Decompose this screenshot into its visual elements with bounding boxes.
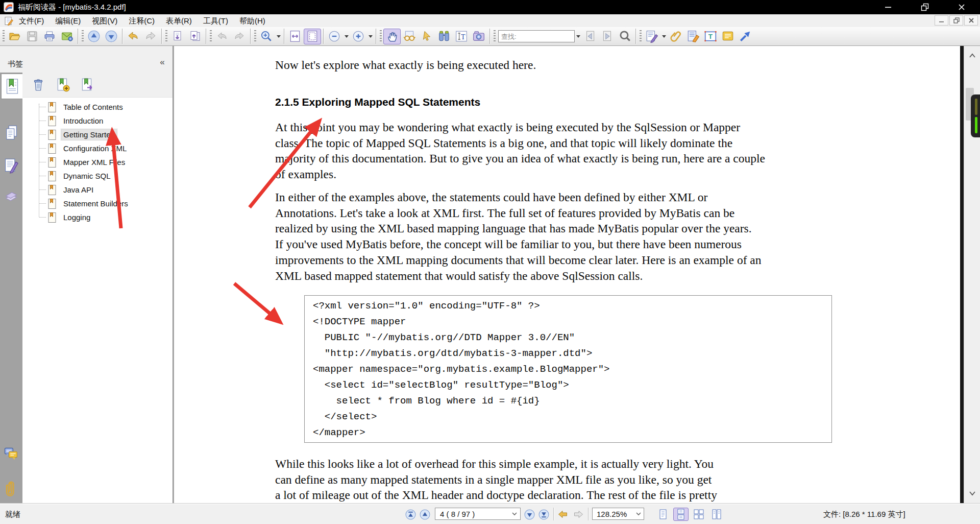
tab-annotations[interactable] xyxy=(0,154,22,177)
find-input[interactable] xyxy=(498,30,575,42)
code-listing: <?xml version="1.0" encoding="UTF-8" ?> … xyxy=(313,298,610,441)
continuous-facing-layout-button[interactable] xyxy=(709,508,724,521)
fit-page-button[interactable] xyxy=(304,29,321,44)
bookmark-item[interactable]: Configuration XML xyxy=(22,141,129,155)
fit-width-button[interactable] xyxy=(286,29,304,44)
facing-layout-button[interactable] xyxy=(691,508,706,521)
search-button[interactable] xyxy=(435,29,453,44)
marquee-zoom-button[interactable] xyxy=(258,29,275,44)
forward-view-button[interactable] xyxy=(142,29,159,44)
screen-edge-indicator[interactable] xyxy=(971,94,980,137)
delete-bookmark-button[interactable] xyxy=(31,77,46,92)
find-next-button[interactable] xyxy=(599,29,616,44)
menu-tools[interactable]: 工具(T) xyxy=(198,14,234,27)
doc-minimize-button[interactable] xyxy=(935,15,948,26)
bookmark-page-icon xyxy=(47,171,57,182)
advanced-search-button[interactable] xyxy=(616,29,633,44)
textbox-tool-button[interactable]: T xyxy=(702,29,719,44)
toolbar-grip[interactable] xyxy=(380,30,382,42)
last-page-button[interactable] xyxy=(538,509,549,520)
single-page-layout-button[interactable] xyxy=(655,508,671,521)
zoom-out-dropdown[interactable] xyxy=(343,29,350,44)
bookmark-item[interactable]: Java API xyxy=(22,183,95,197)
bookmark-item-selected[interactable]: Getting Started xyxy=(22,128,117,141)
chevron-down-icon[interactable] xyxy=(511,512,518,516)
select-annotation-button[interactable] xyxy=(418,29,435,44)
toolbar-grip[interactable] xyxy=(640,30,642,42)
highlight-tool-button[interactable] xyxy=(684,29,702,44)
toolbar-grip[interactable] xyxy=(165,30,167,42)
email-button[interactable]: e xyxy=(58,29,76,44)
menu-comment[interactable]: 注释(C) xyxy=(123,14,160,27)
minimize-icon xyxy=(883,2,893,12)
restore-button[interactable] xyxy=(906,0,943,14)
save-button[interactable] xyxy=(23,29,41,44)
next-view-button-status[interactable] xyxy=(573,509,584,520)
menu-view[interactable]: 视图(V) xyxy=(86,14,123,27)
tab-pages[interactable] xyxy=(0,122,22,144)
pdf-page[interactable]: Now let's explore what exactly is being … xyxy=(174,46,960,503)
zoom-level-box[interactable]: 128.25% xyxy=(592,508,644,520)
next-page-button[interactable] xyxy=(103,29,120,44)
previous-page-button-status[interactable] xyxy=(419,509,430,520)
scroll-up-button[interactable] xyxy=(964,47,980,64)
share-button[interactable] xyxy=(737,29,754,44)
tab-attachments[interactable] xyxy=(0,477,22,499)
comment-tool-button[interactable] xyxy=(719,29,737,44)
note-tool-button[interactable] xyxy=(643,29,660,44)
expand-bookmark-button[interactable] xyxy=(80,77,95,92)
page-down-arrow-icon xyxy=(171,30,184,42)
back-view-button[interactable] xyxy=(125,29,142,44)
print-button[interactable] xyxy=(41,29,58,44)
snapshot-button[interactable] xyxy=(470,29,487,44)
add-bookmark-button[interactable] xyxy=(55,77,70,92)
select-text-button[interactable]: T xyxy=(453,29,470,44)
hand-tool-button[interactable] xyxy=(383,29,401,44)
open-button[interactable] xyxy=(6,29,23,44)
bookmark-item[interactable]: Mapper XML Files xyxy=(22,155,127,169)
bookmark-item[interactable]: Dynamic SQL xyxy=(22,169,113,183)
redo-button[interactable] xyxy=(231,29,248,44)
read-mode-button[interactable] xyxy=(401,29,418,44)
previous-page-button[interactable] xyxy=(85,29,103,44)
previous-view-button[interactable] xyxy=(169,29,186,44)
menu-help[interactable]: 帮助(H) xyxy=(234,14,271,27)
menu-file[interactable]: 文件(F) xyxy=(13,14,50,27)
toolbar-grip[interactable] xyxy=(3,30,5,42)
note-tool-dropdown[interactable] xyxy=(660,29,667,44)
attach-file-button[interactable] xyxy=(667,29,684,44)
bookmark-item[interactable]: Statement Builders xyxy=(22,197,130,210)
next-view-button[interactable] xyxy=(186,29,204,44)
doc-restore-button[interactable] xyxy=(949,15,963,26)
bookmark-item[interactable]: Logging xyxy=(22,210,92,224)
next-page-button-status[interactable] xyxy=(524,509,535,520)
bookmark-item[interactable]: Table of Contents xyxy=(22,100,125,114)
zoom-in-dropdown[interactable] xyxy=(367,29,374,44)
continuous-layout-button[interactable] xyxy=(673,508,689,521)
page-number-box[interactable]: 4 ( 8 / 97 ) xyxy=(435,508,521,520)
toolbar-grip[interactable] xyxy=(254,30,256,42)
collapse-panel-button[interactable]: « xyxy=(156,57,168,67)
menu-form[interactable]: 表单(R) xyxy=(160,14,198,27)
find-previous-button[interactable] xyxy=(581,29,599,44)
tab-layers[interactable] xyxy=(0,186,22,208)
zoom-in-button[interactable] xyxy=(350,29,367,44)
chevron-down-icon[interactable] xyxy=(635,512,642,516)
previous-view-button-status[interactable] xyxy=(557,509,569,520)
zoom-out-button[interactable] xyxy=(326,29,343,44)
marquee-zoom-dropdown[interactable] xyxy=(275,29,282,44)
find-dropdown[interactable] xyxy=(575,29,581,44)
first-page-button[interactable] xyxy=(405,509,416,520)
close-button[interactable] xyxy=(943,0,980,14)
minimize-button[interactable] xyxy=(870,0,906,14)
doc-close-button[interactable] xyxy=(964,15,978,26)
menu-edit[interactable]: 编辑(E) xyxy=(50,14,86,27)
bookmark-item[interactable]: Introduction xyxy=(22,114,105,128)
scroll-down-button[interactable] xyxy=(964,485,980,502)
toolbar-grip[interactable] xyxy=(210,30,212,42)
toolbar-grip[interactable] xyxy=(494,30,496,42)
tab-comments[interactable] xyxy=(0,443,22,466)
toolbar-grip[interactable] xyxy=(82,30,84,42)
tab-bookmarks[interactable] xyxy=(1,74,22,99)
undo-button[interactable] xyxy=(213,29,231,44)
